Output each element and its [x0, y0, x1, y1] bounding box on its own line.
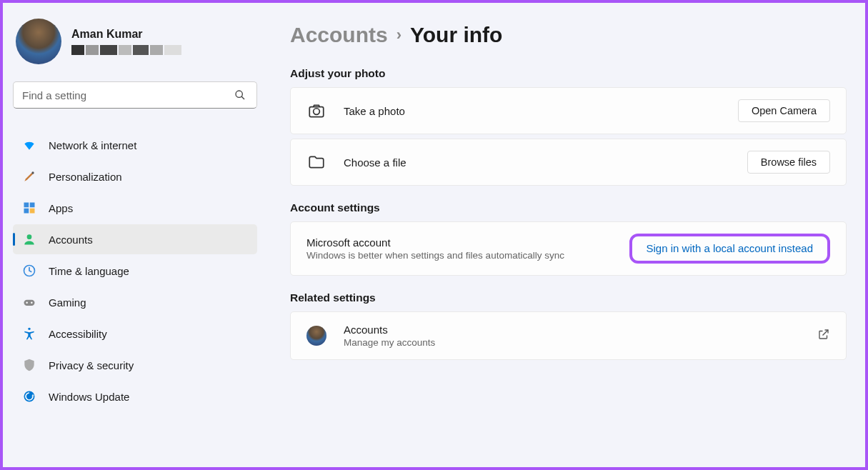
nav-item-privacy[interactable]: Privacy & security — [13, 350, 257, 380]
profile-email-redacted — [71, 45, 181, 55]
svg-point-7 — [27, 234, 32, 239]
external-link-icon — [817, 328, 830, 344]
local-account-link[interactable]: Sign in with a local account instead — [641, 239, 819, 257]
card-choose-file: Choose a file Browse files — [290, 139, 847, 186]
nav-label: Privacy & security — [49, 359, 134, 371]
svg-line-1 — [241, 96, 244, 99]
nav-item-personalization[interactable]: Personalization — [13, 161, 257, 191]
svg-point-10 — [26, 302, 28, 304]
nav-item-accounts[interactable]: Accounts — [13, 224, 257, 254]
card-take-photo: Take a photo Open Camera — [290, 87, 847, 134]
card-microsoft-account: Microsoft account Windows is better when… — [290, 221, 847, 276]
svg-point-12 — [28, 328, 30, 330]
card-subtitle: Windows is better when settings and file… — [306, 250, 622, 261]
gamepad-icon — [21, 294, 37, 310]
breadcrumb: Accounts › Your info — [290, 23, 847, 47]
nav-label: Time & language — [49, 265, 129, 277]
card-title: Choose a file — [344, 156, 747, 169]
nav-list: Network & internet Personalization Apps … — [13, 130, 257, 411]
folder-icon — [306, 152, 326, 172]
paintbrush-icon — [21, 169, 37, 184]
apps-icon — [21, 200, 37, 216]
camera-icon — [306, 101, 326, 121]
chevron-right-icon: › — [396, 26, 401, 44]
card-related-accounts[interactable]: Accounts Manage my accounts — [290, 311, 847, 360]
section-title-related: Related settings — [290, 291, 847, 304]
nav-item-update[interactable]: Windows Update — [13, 381, 257, 411]
card-subtitle: Manage my accounts — [344, 337, 817, 348]
search-icon — [232, 87, 248, 103]
svg-rect-6 — [30, 209, 35, 214]
section-title-photo: Adjust your photo — [290, 67, 847, 80]
section-title-account: Account settings — [290, 201, 847, 214]
nav-label: Apps — [49, 202, 73, 214]
avatar — [16, 19, 61, 64]
svg-point-2 — [31, 171, 34, 174]
nav-label: Network & internet — [49, 139, 136, 151]
card-title: Take a photo — [344, 105, 738, 117]
nav-item-gaming[interactable]: Gaming — [13, 287, 257, 317]
svg-point-0 — [236, 91, 242, 97]
globe-clock-icon — [21, 263, 37, 279]
highlight-box: Sign in with a local account instead — [629, 234, 830, 264]
breadcrumb-current: Your info — [410, 23, 502, 47]
nav-item-accessibility[interactable]: Accessibility — [13, 319, 257, 349]
svg-rect-5 — [24, 209, 29, 214]
accessibility-icon — [21, 326, 37, 341]
svg-point-11 — [31, 302, 33, 304]
main-content: Accounts › Your info Adjust your photo T… — [267, 3, 865, 467]
card-title: Accounts — [344, 324, 817, 336]
nav-label: Accounts — [49, 234, 93, 246]
nav-item-apps[interactable]: Apps — [13, 193, 257, 223]
profile-header[interactable]: Aman Kumar — [13, 16, 257, 71]
person-icon — [21, 231, 37, 247]
open-camera-button[interactable]: Open Camera — [738, 99, 830, 122]
profile-name: Aman Kumar — [71, 28, 181, 41]
svg-point-15 — [314, 109, 320, 115]
svg-rect-9 — [24, 300, 35, 306]
nav-item-time[interactable]: Time & language — [13, 256, 257, 286]
nav-label: Gaming — [49, 296, 86, 309]
wifi-icon — [21, 137, 37, 153]
shield-icon — [21, 357, 37, 373]
avatar-small — [306, 326, 326, 346]
card-title: Microsoft account — [306, 236, 622, 249]
search-input[interactable] — [22, 89, 232, 101]
search-box[interactable] — [13, 81, 257, 109]
nav-label: Personalization — [49, 171, 122, 183]
nav-item-network[interactable]: Network & internet — [13, 130, 257, 160]
sidebar: Aman Kumar Network & internet Personaliz… — [3, 3, 267, 467]
nav-label: Windows Update — [49, 391, 129, 403]
svg-rect-4 — [30, 203, 35, 208]
breadcrumb-parent[interactable]: Accounts — [290, 23, 388, 47]
update-icon — [21, 389, 37, 404]
browse-files-button[interactable]: Browse files — [747, 151, 830, 174]
svg-rect-3 — [24, 203, 29, 208]
nav-label: Accessibility — [49, 328, 107, 340]
